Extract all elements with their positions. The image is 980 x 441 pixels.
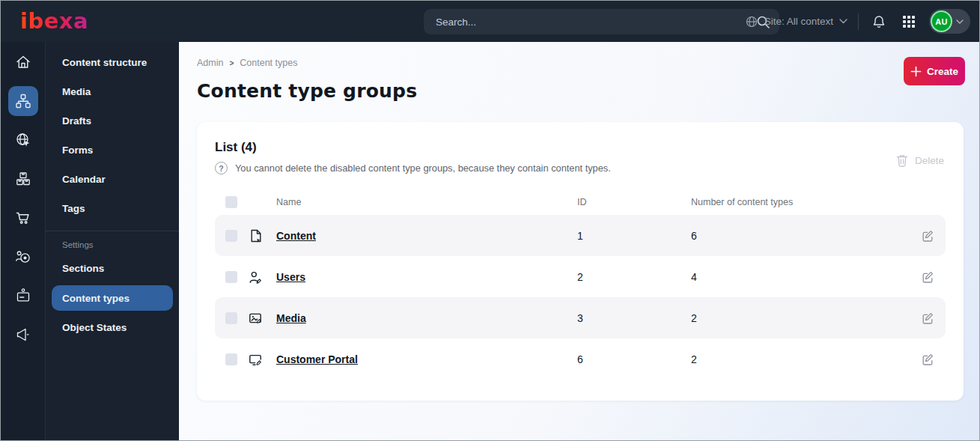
customer-portal-icon [248, 352, 276, 367]
content-type-groups-card: List (4) ? You cannot delete the disable… [197, 122, 964, 401]
campaign-megaphone-icon [14, 326, 32, 344]
sidebar-item-calendar[interactable]: Calendar [46, 165, 179, 194]
group-count: 2 [691, 353, 910, 365]
table-row: Customer Portal 6 2 [215, 338, 946, 380]
delete-button[interactable]: Delete [896, 153, 944, 167]
topbar: ibexa Site: All context [1, 1, 979, 42]
group-link[interactable]: Users [276, 271, 305, 283]
group-count: 6 [691, 230, 910, 242]
site-context-label: Site: All context [764, 16, 833, 27]
help-icon: ? [215, 162, 228, 174]
app-grid-icon [902, 15, 916, 28]
topbar-actions: Site: All context [745, 1, 970, 42]
group-link[interactable]: Content [276, 230, 316, 242]
header-name: Name [276, 197, 577, 207]
row-checkbox[interactable] [225, 353, 237, 365]
content-file-icon [248, 228, 276, 243]
sidebar-item-object-states[interactable]: Object States [46, 313, 179, 342]
sidebar-item-media[interactable]: Media [46, 77, 179, 106]
sidebar-item-content-types[interactable]: Content types [52, 285, 173, 311]
sidebar-item-drafts[interactable]: Drafts [46, 106, 179, 136]
create-button-label: Create [927, 66, 958, 77]
home-icon [14, 53, 32, 71]
edit-icon[interactable] [921, 353, 934, 366]
sidebar-divider [46, 231, 179, 231]
header-count: Number of content types [691, 197, 910, 207]
breadcrumb-content-types: Content types [240, 58, 297, 68]
site-globe-icon [14, 131, 32, 149]
sidebar-section-settings: Settings [46, 236, 179, 254]
site-context-selector[interactable]: Site: All context [745, 15, 847, 28]
bell-icon [871, 14, 886, 29]
group-count: 2 [691, 312, 910, 324]
group-link[interactable]: Media [276, 312, 306, 324]
sidebar-item-sections[interactable]: Sections [46, 254, 179, 283]
sidebar-item-tags[interactable]: Tags [46, 194, 179, 223]
info-row: ? You cannot delete the disabled content… [215, 162, 946, 174]
users-icon [248, 270, 276, 285]
personalization-target-icon [14, 248, 32, 266]
create-button[interactable]: Create [904, 57, 965, 85]
group-link[interactable]: Customer Portal [276, 353, 358, 365]
select-all-checkbox[interactable] [225, 196, 237, 208]
row-checkbox[interactable] [225, 312, 237, 324]
delete-button-label: Delete [915, 155, 944, 166]
rail-campaign[interactable] [8, 320, 38, 350]
sidebar-item-forms[interactable]: Forms [46, 136, 179, 165]
breadcrumb-separator: > [229, 59, 234, 67]
table-row: Users 2 4 [215, 256, 946, 297]
commerce-cart-icon [14, 209, 32, 227]
rail-admin[interactable] [8, 281, 38, 311]
breadcrumb: Admin > Content types [197, 58, 979, 68]
trash-icon [896, 153, 908, 167]
content-structure-icon [14, 92, 32, 110]
edit-icon[interactable] [921, 229, 934, 243]
chevron-down-icon [839, 19, 847, 24]
row-checkbox[interactable] [225, 230, 237, 242]
page-title: Content type groups [197, 80, 979, 102]
search-input[interactable] [436, 16, 756, 28]
chevron-down-icon [956, 19, 964, 24]
group-id: 1 [577, 230, 691, 242]
table-row: Media 3 2 [215, 297, 946, 338]
icon-rail [1, 42, 46, 440]
topbar-divider [858, 13, 859, 30]
app-switcher-button[interactable] [899, 12, 919, 31]
notifications-button[interactable] [869, 12, 889, 31]
content-type-groups-table: Name ID Number of content types [215, 189, 946, 380]
list-title: List (4) [215, 140, 946, 155]
edit-icon[interactable] [921, 270, 934, 284]
rail-dashboard[interactable] [8, 47, 38, 77]
rail-site[interactable] [8, 125, 38, 155]
group-id: 6 [577, 353, 691, 365]
breadcrumb-admin[interactable]: Admin [197, 58, 223, 68]
row-checkbox[interactable] [225, 271, 237, 283]
info-text: You cannot delete the disabled content t… [235, 162, 611, 174]
rail-personalization[interactable] [8, 242, 38, 272]
admin-badge-icon [14, 287, 32, 305]
group-count: 4 [691, 271, 910, 283]
media-image-icon [248, 311, 276, 326]
rail-product-catalog[interactable] [8, 164, 38, 194]
global-search[interactable] [424, 9, 779, 34]
rail-commerce[interactable] [8, 203, 38, 233]
table-row: Content 1 6 [215, 215, 946, 256]
rail-content[interactable] [8, 86, 38, 116]
main-content: Admin > Content types Create Content typ… [179, 42, 979, 440]
group-id: 2 [577, 271, 691, 283]
sidebar-item-content-structure[interactable]: Content structure [46, 48, 179, 77]
user-menu[interactable]: AU [929, 9, 970, 34]
edit-icon[interactable] [921, 311, 934, 325]
group-id: 3 [577, 312, 691, 324]
header-id: ID [577, 197, 691, 207]
plus-icon [910, 66, 922, 77]
table-header: Name ID Number of content types [215, 189, 946, 215]
avatar: AU [931, 10, 952, 32]
app-window: ibexa Site: All context [0, 0, 980, 441]
ibexa-logo[interactable]: ibexa [20, 10, 88, 32]
sidebar: Content structure Media Drafts Forms Cal… [46, 42, 179, 440]
globe-icon [745, 15, 758, 28]
product-catalog-icon [14, 170, 32, 188]
